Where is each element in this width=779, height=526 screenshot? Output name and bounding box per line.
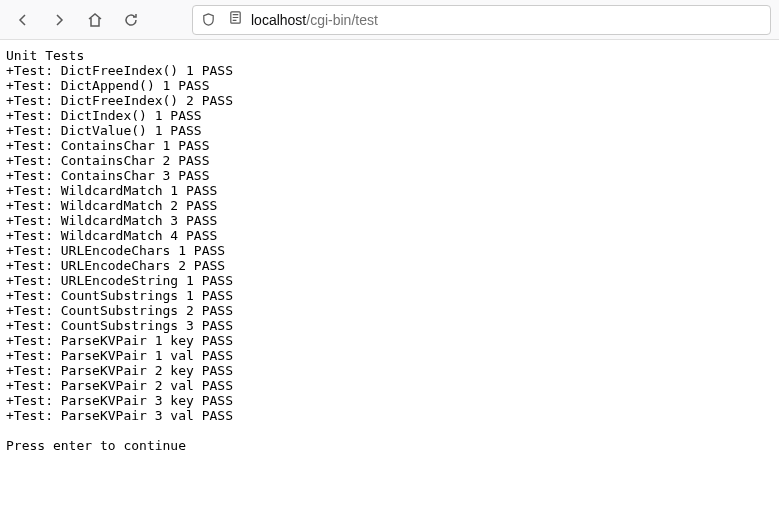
url-host: localhost <box>251 12 306 28</box>
forward-button[interactable] <box>44 5 74 35</box>
back-icon <box>15 12 31 28</box>
page-info-icon[interactable] <box>228 10 243 29</box>
test-output: +Test: DictFreeIndex() 1 PASS +Test: Dic… <box>6 63 773 423</box>
page-footer: Press enter to continue <box>6 438 186 453</box>
home-button[interactable] <box>80 5 110 35</box>
address-bar[interactable]: localhost/cgi-bin/test <box>192 5 771 35</box>
shield-icon <box>201 12 216 27</box>
browser-toolbar: localhost/cgi-bin/test <box>0 0 779 40</box>
page-content: Unit Tests +Test: DictFreeIndex() 1 PASS… <box>0 40 779 461</box>
reload-icon <box>123 12 139 28</box>
reload-button[interactable] <box>116 5 146 35</box>
url-path: /cgi-bin/test <box>306 12 378 28</box>
forward-icon <box>51 12 67 28</box>
page-title: Unit Tests <box>6 48 84 63</box>
back-button[interactable] <box>8 5 38 35</box>
url-text: localhost/cgi-bin/test <box>251 12 378 28</box>
home-icon <box>87 12 103 28</box>
